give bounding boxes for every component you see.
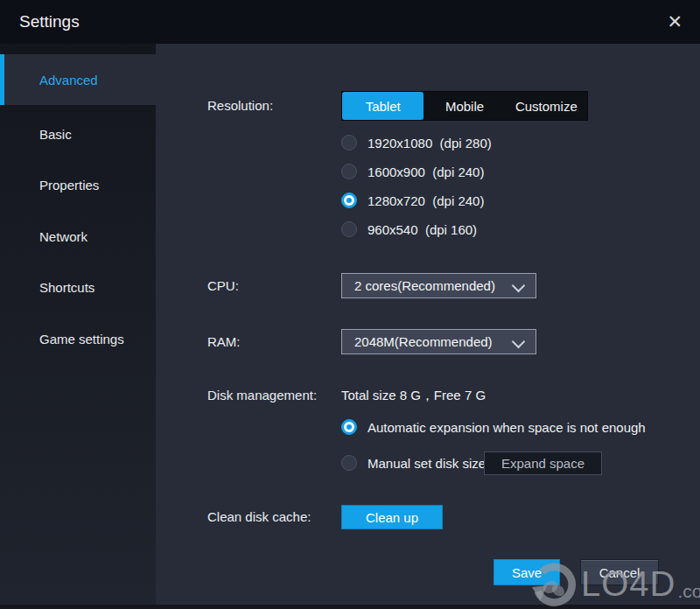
sidebar-item-label: Basic [39,127,72,142]
radio-unselected-icon[interactable] [341,455,357,471]
sidebar-item-label: Advanced [39,73,98,88]
tab-mobile[interactable]: Mobile [424,92,505,120]
resolution-option-1280x720[interactable]: 1280x720 (dpi 240) [341,191,484,210]
disk-option-label: Automatic expansion when space is not en… [368,420,646,435]
clean-disk-cache-label: Clean disk cache: [207,505,311,529]
resolution-option-label: 1280x720 (dpi 240) [368,193,484,208]
resolution-option-label: 1600x900 (dpi 240) [368,164,484,179]
sidebar-item-label: Shortcuts [39,280,94,295]
window-bottom-edge [0,605,700,609]
radio-selected-icon[interactable] [341,419,357,435]
sidebar-item-basic[interactable]: Basic [0,108,156,159]
resolution-option-960x540[interactable]: 960x540 (dpi 160) [341,220,477,239]
advanced-settings-panel: Resolution: Tablet Mobile Customize 1920… [156,44,700,609]
resolution-label: Resolution: [207,91,273,121]
radio-selected-icon[interactable] [341,192,357,208]
ram-dropdown[interactable]: 2048M(Recommended) [341,329,536,354]
ram-label: RAM: [207,329,241,354]
sidebar-item-advanced[interactable]: Advanced [0,54,156,105]
clean-up-button[interactable]: Clean up [341,505,443,529]
disk-size-summary: Total size 8 G，Free 7 G [341,387,486,404]
radio-unselected-icon[interactable] [341,164,357,179]
resolution-option-label: 960x540 (dpi 160) [368,222,477,237]
sidebar-item-label: Network [39,229,88,244]
resolution-option-label: 1920x1080 (dpi 280) [368,136,492,150]
sidebar-item-shortcuts[interactable]: Shortcuts [0,262,156,312]
titlebar: Settings ✕ [0,0,700,44]
radio-unselected-icon[interactable] [341,221,357,237]
sidebar-item-label: Properties [39,178,99,192]
tab-customize[interactable]: Customize [506,92,587,120]
close-icon[interactable]: ✕ [663,0,686,44]
window-title: Settings [19,0,80,44]
sidebar-item-properties[interactable]: Properties [0,159,156,210]
cpu-label: CPU: [207,273,239,298]
save-button[interactable]: Save [494,559,560,585]
ram-dropdown-value: 2048M(Recommended) [354,334,493,349]
cpu-dropdown-value: 2 cores(Recommended) [354,278,495,293]
disk-option-manual-set-size[interactable]: Manual set disk size [341,453,486,472]
radio-unselected-icon[interactable] [341,135,357,150]
disk-option-label: Manual set disk size [368,456,486,471]
tab-tablet[interactable]: Tablet [342,92,424,120]
chevron-down-icon [512,335,526,349]
settings-window: Settings ✕ Advanced Basic Properties Net… [0,0,700,609]
resolution-option-1600x900[interactable]: 1600x900 (dpi 240) [341,162,484,181]
sidebar-item-label: Game settings [39,332,124,346]
cpu-dropdown[interactable]: 2 cores(Recommended) [341,273,536,298]
chevron-down-icon [512,279,526,293]
sidebar-item-game-settings[interactable]: Game settings [0,313,156,364]
disk-management-label: Disk management: [207,387,317,404]
resolution-option-1920x1080[interactable]: 1920x1080 (dpi 280) [341,133,492,152]
expand-space-button[interactable]: Expand space [484,452,602,475]
sidebar-item-network[interactable]: Network [0,211,156,262]
disk-option-automatic-expansion[interactable]: Automatic expansion when space is not en… [341,417,646,437]
resolution-tab-group: Tablet Mobile Customize [341,91,588,121]
cancel-button[interactable]: Cancel [580,559,659,585]
sidebar: Advanced Basic Properties Network Shortc… [0,44,156,609]
